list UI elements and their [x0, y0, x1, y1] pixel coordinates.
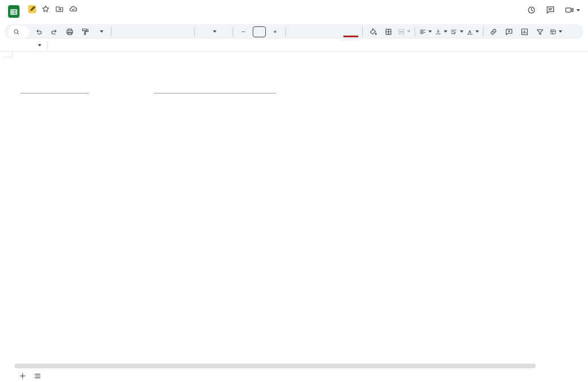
insert-chart-button[interactable]	[519, 25, 531, 38]
horizontal-scrollbar-thumb[interactable]	[14, 364, 536, 368]
borders-button[interactable]	[382, 25, 395, 38]
zoom-selector[interactable]	[94, 25, 107, 38]
sheet-tab-bar	[0, 370, 588, 382]
cell-underline	[21, 93, 89, 93]
star-icon[interactable]	[41, 5, 50, 13]
increase-decimal-button[interactable]	[162, 25, 175, 38]
titlebar	[0, 0, 588, 23]
insert-link-button[interactable]	[488, 25, 500, 38]
font-selector[interactable]	[199, 25, 229, 38]
insert-comment-button[interactable]	[503, 25, 516, 38]
toolbar-divider	[194, 27, 195, 36]
merge-cells-button[interactable]	[398, 25, 411, 38]
toolbar-divider	[362, 27, 363, 36]
toolbar-divider	[415, 27, 415, 36]
font-size-input[interactable]	[253, 26, 266, 37]
toolbar-divider	[483, 27, 483, 36]
search-icon	[13, 28, 20, 36]
toolbar: − +	[5, 24, 583, 39]
horizontal-scrollbar-track	[0, 361, 588, 370]
text-color-button[interactable]	[343, 26, 358, 37]
bold-button[interactable]	[290, 25, 305, 38]
add-sheet-button[interactable]	[15, 370, 30, 382]
horizontal-align-button[interactable]	[419, 25, 432, 38]
decrease-font-size-button[interactable]: −	[237, 25, 250, 38]
vertical-align-button[interactable]	[435, 25, 447, 38]
fill-color-button[interactable]	[367, 25, 380, 38]
move-folder-icon[interactable]	[55, 5, 64, 13]
toolbar-divider	[233, 27, 233, 36]
shortcut-badge-icon	[28, 5, 36, 13]
version-history-icon[interactable]	[527, 5, 536, 15]
more-formats-button[interactable]	[177, 25, 190, 38]
paint-format-button[interactable]	[79, 25, 91, 38]
strikethrough-button[interactable]	[326, 25, 341, 38]
table-body	[21, 116, 21, 116]
format-percent-button[interactable]	[131, 25, 144, 38]
all-sheets-button[interactable]	[30, 370, 45, 382]
formula-input[interactable]	[55, 39, 588, 51]
formula-bar	[0, 39, 588, 52]
redo-button[interactable]	[48, 25, 60, 38]
text-rotation-button[interactable]	[466, 25, 479, 38]
menus-search-button[interactable]	[8, 26, 29, 38]
decrease-decimal-button[interactable]	[146, 25, 159, 38]
google-sheets-app: − +	[0, 0, 588, 382]
name-box-caret-icon[interactable]	[38, 44, 41, 46]
camera-icon	[564, 5, 574, 15]
notes-underline	[154, 93, 276, 93]
increase-font-size-button[interactable]: +	[269, 25, 281, 38]
format-currency-button[interactable]	[115, 25, 128, 38]
toolbar-divider	[111, 27, 111, 36]
italic-button[interactable]	[308, 25, 323, 38]
toolbar-divider	[285, 27, 286, 36]
formula-bar-divider	[47, 41, 48, 49]
text-wrap-button[interactable]	[450, 25, 463, 38]
cloud-status-icon	[69, 5, 78, 13]
create-filter-button[interactable]	[534, 25, 547, 38]
functions-button[interactable]	[565, 25, 580, 38]
print-button[interactable]	[63, 25, 76, 38]
meet-button[interactable]	[564, 5, 580, 15]
sheets-logo-icon[interactable]	[7, 5, 21, 18]
table-views-button[interactable]	[550, 25, 562, 38]
comments-icon[interactable]	[546, 5, 555, 15]
select-all-corner[interactable]	[3, 52, 13, 57]
undo-button[interactable]	[32, 25, 45, 38]
